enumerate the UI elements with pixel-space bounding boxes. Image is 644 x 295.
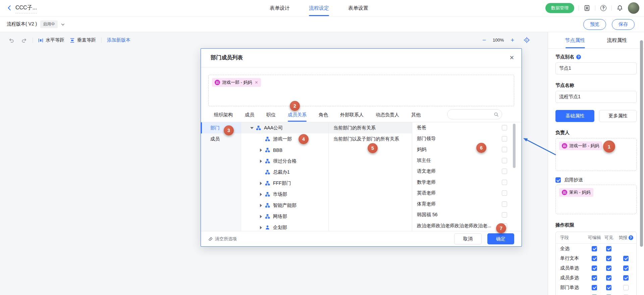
relation-item-3[interactable]: 妈妈	[412, 144, 521, 155]
tree-caret-icon[interactable]	[258, 204, 264, 207]
top-tab-2[interactable]: 流程设定	[309, 0, 329, 16]
tree-caret-icon[interactable]	[249, 127, 255, 129]
relation-item-5[interactable]: 语文老师	[412, 166, 521, 177]
permission-checkbox[interactable]	[606, 266, 611, 271]
back-icon[interactable]	[7, 5, 11, 12]
confirm-button[interactable]: 确定	[487, 233, 514, 244]
tree-node-4[interactable]: 很过分合格	[241, 156, 328, 167]
relation-checkbox[interactable]	[502, 136, 507, 141]
tree-node-3[interactable]: BBB	[241, 144, 328, 156]
category-item-2[interactable]: 成员	[201, 133, 241, 144]
relation-item-8[interactable]: 体育老师	[412, 199, 521, 210]
more-properties-button[interactable]: 更多属性	[599, 110, 637, 122]
permission-checkbox[interactable]	[623, 275, 629, 281]
avatar[interactable]	[628, 2, 639, 14]
permission-checkbox[interactable]	[623, 256, 629, 261]
search-box[interactable]	[447, 109, 502, 119]
permission-checkbox[interactable]	[592, 275, 597, 281]
member-source-tab-5[interactable]: 角色	[319, 108, 328, 122]
remove-tag-icon[interactable]: ✕	[255, 80, 258, 85]
redo-icon[interactable]	[21, 38, 27, 43]
relation-item-6[interactable]: 数学老师	[412, 177, 521, 188]
top-tab-1[interactable]: 表单设计	[270, 0, 290, 16]
relation-checkbox[interactable]	[502, 180, 507, 185]
tree-caret-icon[interactable]	[258, 160, 264, 163]
permission-checkbox[interactable]	[606, 256, 611, 261]
vertical-distribute-icon[interactable]	[70, 38, 75, 43]
permission-checkbox[interactable]	[606, 285, 611, 290]
zoom-out-button[interactable]: −	[482, 37, 486, 43]
tree-caret-icon[interactable]	[258, 182, 264, 185]
tree-caret-icon[interactable]	[258, 215, 264, 218]
zoom-in-button[interactable]: +	[511, 37, 514, 43]
relation-checkbox[interactable]	[502, 190, 507, 196]
locate-target-icon[interactable]	[524, 37, 530, 43]
relation-list-scrollbar[interactable]	[513, 124, 516, 168]
panel-tab-1[interactable]: 节点属性	[565, 32, 585, 48]
tree-node-2[interactable]: 游戏一部	[241, 133, 328, 144]
tree-node-8[interactable]: 智能产能部	[241, 200, 328, 211]
chevron-down-icon[interactable]	[61, 21, 65, 27]
v-distribute-label[interactable]: 垂直等距	[77, 37, 96, 43]
member-source-tab-7[interactable]: 动态负责人	[376, 108, 399, 122]
help-icon[interactable]: ?	[629, 235, 633, 240]
close-icon[interactable]: ✕	[509, 54, 514, 61]
node-alias-input[interactable]: 节点1	[555, 62, 637, 74]
horizontal-distribute-icon[interactable]	[38, 38, 43, 43]
search-input[interactable]	[451, 111, 493, 119]
tree-caret-icon[interactable]	[258, 226, 264, 229]
document-title[interactable]: CCC子...	[15, 4, 37, 13]
relation-checkbox[interactable]	[502, 201, 507, 207]
help-icon[interactable]: ?	[576, 55, 581, 59]
member-source-tab-6[interactable]: 外部联系人	[340, 108, 364, 122]
relation-item-7[interactable]: 英语老师	[412, 188, 521, 199]
tree-node-5[interactable]: 总裁办1	[241, 167, 328, 178]
relation-checkbox[interactable]	[502, 125, 507, 130]
bell-icon[interactable]	[616, 4, 624, 12]
top-tab-3[interactable]: 表单设置	[348, 0, 368, 16]
tree-node-1[interactable]: AAA公司	[241, 122, 328, 133]
tree-caret-icon[interactable]	[258, 193, 264, 196]
panel-tab-2[interactable]: 流程属性	[607, 32, 627, 48]
member-source-tab-3[interactable]: 职位	[266, 108, 276, 122]
data-manage-button[interactable]: 数据管理	[545, 3, 574, 13]
permission-checkbox[interactable]	[592, 256, 597, 261]
relation-checkbox[interactable]	[502, 147, 507, 152]
undo-icon[interactable]	[8, 38, 14, 43]
relation-scope-2[interactable]: 当前部门以及子部门的所有关系	[329, 133, 412, 144]
owner-tag[interactable]: 游戏一部 - 妈妈	[559, 141, 602, 150]
owner-picker[interactable]: 游戏一部 - 妈妈	[555, 138, 637, 171]
relation-checkbox[interactable]	[502, 169, 507, 174]
permission-checkbox[interactable]	[623, 266, 629, 271]
tree-node-6[interactable]: FFF部门	[241, 178, 328, 189]
cancel-button[interactable]: 取消	[454, 233, 482, 244]
permission-checkbox[interactable]	[623, 285, 629, 290]
relation-checkbox[interactable]	[502, 158, 507, 163]
contacts-icon[interactable]	[583, 4, 591, 12]
selected-member-tag[interactable]: 游戏一部 - 妈妈 ✕	[212, 78, 261, 87]
version-info[interactable]: 流程版本( V2 ) 启用中	[7, 16, 65, 32]
preview-button[interactable]: 预览	[583, 19, 606, 30]
save-button[interactable]: 保存	[612, 19, 635, 30]
permission-checkbox[interactable]	[592, 246, 597, 251]
tree-node-7[interactable]: 市场部	[241, 189, 328, 200]
tree-node-10[interactable]: 企划部	[241, 222, 328, 231]
permission-checkbox[interactable]	[606, 246, 611, 251]
node-name-input[interactable]: 流程节点1	[555, 91, 637, 103]
add-version-link[interactable]: 添加新版本	[107, 37, 130, 43]
relation-item-4[interactable]: 班主任	[412, 155, 521, 166]
member-source-tab-1[interactable]: 组织架构	[214, 108, 233, 122]
selected-members-area[interactable]: 游戏一部 - 妈妈 ✕	[208, 75, 514, 106]
relation-scope-1[interactable]: 当前部门的所有关系	[329, 122, 412, 133]
window-scrollbar[interactable]	[640, 40, 643, 247]
permission-checkbox[interactable]	[592, 285, 597, 290]
permission-checkbox[interactable]	[606, 275, 611, 281]
cc-picker[interactable]: 茉莉 - 妈妈	[555, 185, 637, 214]
cc-tag[interactable]: 茉莉 - 妈妈	[559, 188, 593, 197]
relation-item-1[interactable]: 爸爸	[412, 122, 521, 133]
permission-checkbox[interactable]	[592, 266, 597, 271]
relation-item-2[interactable]: 部门领导	[412, 133, 521, 144]
category-item-1[interactable]: 部门	[201, 122, 241, 133]
member-source-tab-2[interactable]: 成员	[245, 108, 254, 122]
tree-caret-icon[interactable]	[258, 149, 264, 152]
